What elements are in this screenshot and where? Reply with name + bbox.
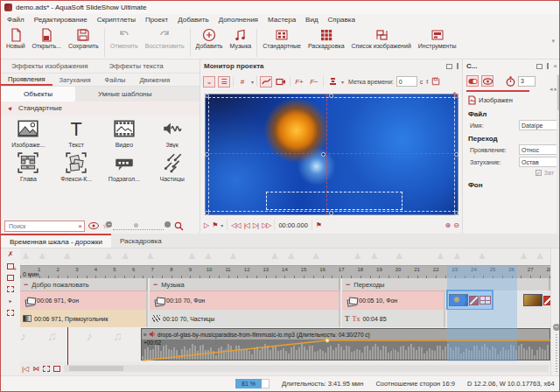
transition-thumb-2[interactable] [522,291,550,309]
add-track-icon[interactable] [7,263,14,270]
open-button[interactable]: Открыть... [29,27,65,50]
preview-canvas[interactable]: ✎ [205,94,458,215]
transform-alt-icon[interactable] [7,310,14,316]
menu-scriptlets[interactable]: Скриптлеты [97,16,136,24]
tab-objects[interactable]: Объекты [1,87,75,102]
transition-thumb-1[interactable] [448,291,492,309]
save-timemark-icon[interactable] [431,77,440,86]
properties-scrollbar[interactable] [556,74,560,234]
duration-input[interactable]: 3 [518,76,536,87]
toolbar-overflow-caret[interactable]: ▾ [551,27,557,45]
restore-window-icon[interactable] [536,64,542,69]
track-item-particles[interactable]: 00:10 70, Частицы [150,310,340,327]
edit-pen-icon[interactable]: ✎ [452,90,460,100]
collapse-minus-icon[interactable]: − [24,280,28,289]
time-mark-input[interactable]: 0 [396,76,417,87]
time-stepper[interactable]: ▲▼ [425,79,429,84]
swap-icon[interactable]: ⋈ [32,365,39,373]
step-back-button[interactable]: |◁ [244,221,249,229]
collapse-minus-icon[interactable]: − [346,280,350,289]
slider-thumb[interactable] [134,223,138,228]
tab-timeline-tracks[interactable]: Временная шкала - дорожки [1,234,111,248]
play-button[interactable]: ▷ [204,221,208,229]
object-subtitle[interactable]: Подзагол... [101,151,149,182]
menu-project[interactable]: Проект [145,16,168,24]
tool-dropdown-icon[interactable]: ▾ [341,79,344,85]
set-marker-button[interactable]: ⚑ [316,221,321,229]
tab-image-effects[interactable]: Эффекты изображения [1,62,99,70]
slider-plus-icon[interactable] [164,221,171,228]
zoom-out-icon[interactable]: ⊖ [453,221,458,229]
menu-add[interactable]: Добавить [178,16,208,24]
eye-icon[interactable] [88,222,99,229]
track-item-bg3[interactable]: 00:05 10, Фон [342,290,445,310]
track-item-rect[interactable]: 00:06 971, Прямоугольник [20,310,148,327]
select-mode-icon[interactable]: ⌄ [203,76,215,88]
fadein-select[interactable]: Относ [519,144,557,155]
name-value[interactable]: Data\pe [519,120,557,130]
standard-section-header[interactable]: ▲ Стандартные [1,102,200,116]
menu-addons[interactable]: Дополнения [219,16,258,24]
audio-clip[interactable]: ≡ drops-of-glas-by-musicparadise-from-fi… [141,328,550,360]
chapter-music[interactable]: − Музыка [150,278,340,290]
standard-button[interactable]: Стандартные [259,27,304,50]
image-list-button[interactable]: Список изображений [348,27,415,50]
object-text[interactable]: T Текст [52,117,101,148]
image-properties-tab[interactable]: Изображен [463,93,560,107]
menu-wizards[interactable]: Мастера [268,16,296,24]
transform-icon[interactable] [7,286,14,292]
object-particles[interactable]: Частицы [148,151,196,182]
magic-wand-icon[interactable]: ✗ [8,251,14,258]
pin-icon[interactable] [547,63,549,69]
text-placeholder-box[interactable] [266,192,402,210]
fadeout-select[interactable]: Остав [519,157,557,167]
resize-handle-bl[interactable] [205,211,209,215]
visibility-eye-icon[interactable] [481,75,494,87]
time-ruler[interactable]: 0 мин 1234567891011121314151617181920212… [20,265,550,278]
resize-handle-br[interactable] [454,211,458,215]
undo-button[interactable]: Отменить [107,27,142,50]
new-button[interactable]: Новый [3,27,29,50]
play-dropdown-icon[interactable]: ▾ [220,222,223,228]
resize-grip[interactable] [555,380,556,388]
pin-icon[interactable] [457,63,458,69]
zoom-in-icon[interactable]: ⊕ [445,221,451,229]
clear-search-icon[interactable]: × [78,222,82,230]
tools-button[interactable]: Инструменты [415,27,460,50]
play-from-marker-button[interactable]: ⚑ [212,221,217,229]
checkbox-icon[interactable]: ✓ [536,170,542,176]
motion-path-icon[interactable] [260,76,272,88]
menu-file[interactable]: Файл [7,16,24,24]
add-button[interactable]: Добавить [192,27,227,50]
track-item-bg1[interactable]: 00:06 971, Фон [20,290,148,310]
object-chapter[interactable]: Глава [4,151,52,182]
frame-image-icon[interactable] [53,366,60,372]
object-sound[interactable]: Звук [148,117,196,148]
close-icon[interactable]: × [553,62,557,70]
save-button[interactable]: Сохранить [65,27,102,50]
track-item-bg2[interactable]: 00:10 70, Фон [150,290,340,310]
restore-window-icon[interactable] [446,64,452,69]
fit-frame-icon[interactable] [43,366,50,372]
menu-view[interactable]: Вид [305,16,318,24]
slider-minus-icon[interactable]: − [106,221,112,228]
add-keyframe-icon[interactable]: F+ [293,76,305,88]
track-item-text[interactable]: T T​x 00:04 85 [342,310,445,327]
remove-keyframe-icon[interactable]: F− [308,76,320,88]
chapter-transitions[interactable]: − Переходы [342,278,550,290]
layers-view-icon[interactable]: ☰ [218,76,230,88]
hscroll-thumb[interactable] [69,366,123,371]
grid-dropdown-icon[interactable]: ▾ [251,79,254,85]
subtab-fade-in[interactable]: Проявления [1,74,52,86]
object-image[interactable]: Изображе... [4,117,52,148]
object-flexi-collage[interactable]: Флекси-К... [52,151,101,182]
vscroll-minus-icon[interactable]: − [553,324,560,331]
preview-magnifier-icon[interactable] [174,221,184,231]
grid-icon[interactable]: # [236,76,248,88]
duplicate-track-icon[interactable] [7,275,14,281]
menu-help[interactable]: Справка [328,16,355,24]
subtab-files[interactable]: Файлы [98,74,133,86]
timeline-hscrollbar[interactable] [64,365,549,372]
step-forward-button[interactable]: ▷| [253,221,258,229]
rewind-button[interactable]: ◁◁ [231,221,240,229]
